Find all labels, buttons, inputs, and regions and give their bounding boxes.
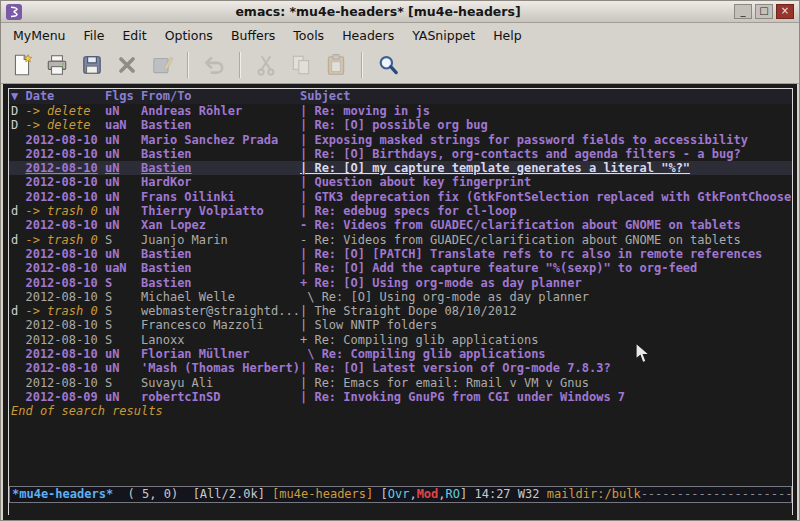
save-icon[interactable] (77, 50, 107, 80)
message-row[interactable]: 2012-08-10uN'Mash (Thomas Herbert)| Re: … (9, 361, 792, 375)
message-row[interactable]: 2012-08-10SFrancesco Mazzoli| Slow NNTP … (9, 318, 792, 332)
kill-buffer-icon[interactable] (112, 50, 142, 80)
mark-cell (11, 361, 25, 375)
message-row-current[interactable]: 2012-08-10uNBastien| Re: [O] my capture … (9, 161, 792, 175)
column-subject[interactable]: Subject (300, 89, 792, 104)
tool-bar (1, 47, 799, 84)
minimize-button[interactable]: _ (734, 4, 752, 19)
flags-cell: uN (105, 104, 141, 118)
mark-cell (11, 261, 25, 275)
copy-icon (286, 50, 316, 80)
maximize-button[interactable]: □ (755, 4, 773, 19)
from-cell: Juanjo Marin (141, 233, 300, 247)
close-button[interactable]: × (776, 4, 794, 19)
modeline-segment: *mu4e-headers* (12, 487, 113, 501)
modeline-segment: [ (373, 487, 387, 501)
message-row[interactable]: 2012-08-10uaNBastien| Re: [O] Add the ca… (9, 261, 792, 275)
column-flags[interactable]: Flgs (105, 89, 141, 104)
modeline-segment: ---------------------------------------- (641, 487, 792, 501)
message-row[interactable]: 2012-08-10uNXan Lopez- Re: Videos from G… (9, 218, 792, 232)
flags-cell: S (105, 276, 141, 290)
column-from[interactable]: From/To (141, 89, 300, 104)
menu-item-options[interactable]: Options (156, 25, 222, 46)
subject-cell: - Re: Videos from GUADEC/clarification a… (300, 233, 792, 247)
message-row[interactable]: 2012-08-10uNBastien| Re: [O] [PATCH] Tra… (9, 247, 792, 261)
message-row[interactable]: 2012-08-10uNBastien| Re: [O] Birthdays, … (9, 147, 792, 161)
message-row[interactable]: 2012-08-10uNFlorian Müllner \ Re: Compil… (9, 347, 792, 361)
menu-item-buffers[interactable]: Buffers (222, 25, 284, 46)
message-row[interactable]: 2012-08-10SSuvayu Ali| Re: Emacs for ema… (9, 376, 792, 390)
flags-cell: uN (105, 175, 141, 189)
mode-line: *mu4e-headers* ( 5, 0) [All/2.0k] [mu4e-… (9, 486, 792, 503)
subject-cell: - Re: Videos from GUADEC/clarification a… (300, 218, 792, 232)
new-file-icon[interactable] (7, 50, 37, 80)
subject-cell: | Re: [O] [PATCH] Translate refs to rc a… (300, 247, 792, 261)
message-row[interactable]: 2012-08-09uNrobertcInSD| Re: Invoking Gn… (9, 390, 792, 404)
date-cell: 2012-08-10 (25, 290, 104, 304)
from-cell: Michael Welle (141, 290, 300, 304)
date-cell: 2012-08-10 (25, 190, 104, 204)
message-row[interactable]: d-> trash 0uNThierry Volpiatto| Re: edeb… (9, 204, 792, 218)
from-cell: Bastien (141, 261, 300, 275)
menu-item-file[interactable]: File (75, 25, 114, 46)
menu-item-tools[interactable]: Tools (284, 25, 333, 46)
print-icon[interactable] (42, 50, 72, 80)
date-cell: 2012-08-10 (25, 261, 104, 275)
date-cell: 2012-08-10 (25, 133, 104, 147)
flags-cell: uN (105, 247, 141, 261)
subject-cell: | The Straight Dope 08/10/2012 (300, 304, 792, 318)
date-cell: 2012-08-10 (25, 175, 104, 189)
date-cell: 2012-08-10 (25, 333, 104, 347)
subject-cell: | Re: [O] Latest version of Org-mode 7.8… (300, 361, 792, 375)
menu-item-headers[interactable]: Headers (333, 25, 403, 46)
from-cell: Thierry Volpiatto (141, 204, 300, 218)
window-title: emacs: *mu4e-headers* [mu4e-headers] (22, 4, 734, 19)
message-row[interactable]: d-> trash 0Swebmaster@straightd...| The … (9, 304, 792, 318)
message-row[interactable]: 2012-08-10SMichael Welle \ Re: [O] Using… (9, 290, 792, 304)
message-row[interactable]: D-> deleteuNAndreas Röhler| Re: moving i… (9, 104, 792, 118)
flags-cell: S (105, 290, 141, 304)
mark-cell (11, 376, 25, 390)
from-cell: Bastien (141, 161, 300, 175)
menu-item-mymenu[interactable]: MyMenu (4, 25, 75, 46)
subject-cell: | Re: moving in js (300, 104, 792, 118)
message-row[interactable]: 2012-08-10SLanoxx+ Re: Compiling glib ap… (9, 333, 792, 347)
message-row[interactable]: 2012-08-10SBastien+ Re: [O] Using org-mo… (9, 276, 792, 290)
mark-cell (11, 133, 25, 147)
message-row[interactable]: 2012-08-10uNMario Sanchez Prada| Exposin… (9, 133, 792, 147)
subject-cell: | GTK3 deprecation fix (GtkFontSelection… (300, 190, 792, 204)
menu-item-edit[interactable]: Edit (113, 25, 155, 46)
modeline-segment: ] (460, 487, 474, 501)
mark-cell: d (11, 304, 25, 318)
menu-item-yasnippet[interactable]: YASnippet (403, 25, 484, 46)
mark-action-cell: -> delete (25, 104, 104, 118)
subject-cell: | Re: [O] Add the capture feature "%(sex… (300, 261, 792, 275)
from-cell: Xan Lopez (141, 218, 300, 232)
message-row[interactable]: 2012-08-10uNFrans Oilinki| GTK3 deprecat… (9, 190, 792, 204)
modeline-segment: RO (446, 487, 460, 501)
buffer-empty-space (9, 419, 792, 486)
search-icon[interactable] (373, 50, 403, 80)
menu-item-help[interactable]: Help (484, 25, 531, 46)
title-bar[interactable]: emacs: *mu4e-headers* [mu4e-headers] _□× (1, 1, 799, 23)
mark-cell (11, 161, 25, 175)
from-cell: Lanoxx (141, 333, 300, 347)
modeline-segment: ( 5, 0) [All/2.0k] (113, 487, 272, 501)
modeline-segment: , (438, 487, 445, 501)
flags-cell: uN (105, 218, 141, 232)
message-row[interactable]: D-> deleteuaNBastien| Re: [O] possible o… (9, 118, 792, 132)
echo-area[interactable] (9, 503, 792, 515)
message-row[interactable]: d-> trash 0SJuanjo Marin- Re: Videos fro… (9, 233, 792, 247)
from-cell: Bastien (141, 247, 300, 261)
from-cell: robertcInSD (141, 390, 300, 404)
flags-cell: uN (105, 161, 141, 175)
mark-cell (11, 318, 25, 332)
column-date[interactable]: Date (25, 89, 104, 104)
emacs-frame: ▼ Date Flgs From/To Subject D-> deleteuN… (3, 84, 797, 520)
modeline-segment: Mod (417, 487, 439, 501)
message-row[interactable]: 2012-08-10uNHardKor| Question about key … (9, 175, 792, 189)
modeline-segment: , (409, 487, 416, 501)
toolbar-separator (187, 52, 189, 78)
sort-indicator[interactable]: ▼ (11, 89, 25, 104)
from-cell: Andreas Röhler (141, 104, 300, 118)
